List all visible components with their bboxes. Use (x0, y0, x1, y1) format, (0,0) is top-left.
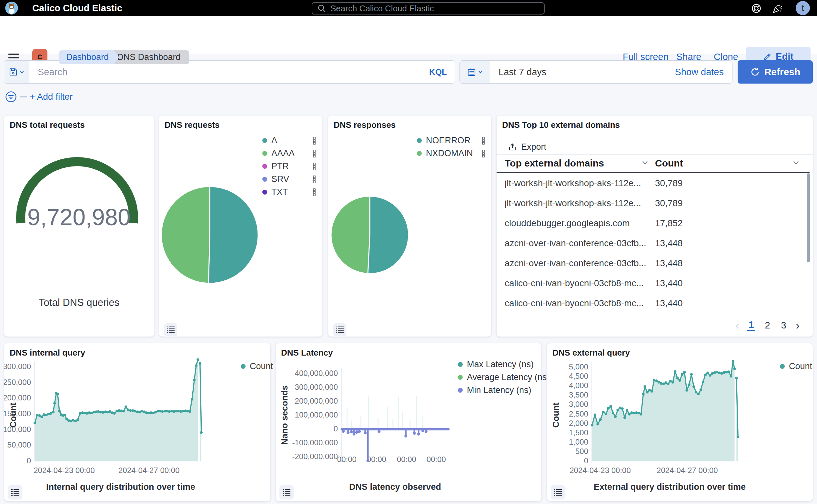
pagination-page[interactable]: 2 (763, 320, 771, 331)
filter-icon[interactable] (5, 91, 17, 103)
time-range-picker[interactable]: Last 7 days Show dates (459, 60, 732, 84)
export-button[interactable]: Export (508, 142, 546, 152)
pagination-next-icon[interactable]: › (796, 320, 800, 331)
legend-item[interactable]: Max Latency (ns) (458, 360, 540, 369)
legend-label: SRV (271, 174, 289, 184)
legend-dot (262, 151, 267, 156)
legend-item[interactable]: A (262, 136, 316, 145)
dns-responses-legend: NOERRORNXDOMAIN (417, 136, 485, 158)
legend-label: Average Latency (ns) (467, 372, 550, 382)
pagination-page[interactable]: 1 (747, 319, 755, 331)
y-axis-title: Count (551, 383, 561, 448)
calendar-icon (467, 68, 476, 76)
dns-requests-legend: AAAAAPTRSRVTXT (262, 136, 316, 197)
list-icon (336, 326, 344, 334)
legend-label: Max Latency (ns) (467, 359, 534, 369)
x-axis-title: DNS latency observed (342, 482, 449, 492)
column-header-domains[interactable]: Top external domains (505, 158, 604, 169)
svg-text:0: 0 (334, 424, 338, 433)
legend-actions-icon[interactable] (313, 149, 316, 158)
legend-item[interactable]: Average Latency (ns) (458, 373, 540, 382)
legend-item[interactable]: Min Latency (ns) (458, 386, 540, 395)
news-icon[interactable] (772, 3, 782, 14)
legend-dot (458, 362, 463, 367)
legend-item[interactable]: TXT (262, 188, 316, 197)
cell-domain: jlt-worksh-jlt-workshop-aks-112e... (505, 173, 648, 193)
pagination-prev-icon[interactable]: ‹ (735, 320, 739, 331)
y-axis-title: Nano seconds (280, 383, 290, 448)
column-header-count[interactable]: Count (655, 158, 683, 169)
calico-logo-icon[interactable] (5, 2, 18, 15)
panel-title: DNS Top 10 external domains (502, 120, 620, 130)
domains-table-body: jlt-worksh-jlt-workshop-aks-112e...30,78… (497, 173, 807, 313)
legend-actions-icon[interactable] (482, 136, 485, 145)
user-avatar[interactable]: t (796, 1, 810, 15)
svg-text:200,000,000: 200,000,000 (295, 397, 338, 405)
add-filter-button[interactable]: + Add filter (30, 91, 73, 103)
legend-dot (780, 364, 785, 369)
help-icon[interactable] (751, 3, 762, 14)
svg-text:300,000: 300,000 (4, 362, 31, 371)
legend-label: AAAA (271, 148, 295, 158)
cell-count: 13,440 (655, 273, 683, 293)
svg-text:00:00: 00:00 (427, 455, 446, 464)
legend-toggle-button[interactable] (164, 323, 177, 336)
panel-dns-requests: DNS requests AAAAAPTRSRVTXT (159, 116, 322, 337)
svg-text:400,000,000: 400,000,000 (295, 369, 338, 378)
svg-text:500: 500 (575, 447, 588, 456)
legend-item[interactable]: NXDOMAIN (417, 149, 485, 158)
legend-toggle-button[interactable] (279, 485, 294, 499)
legend-actions-icon[interactable] (313, 175, 316, 184)
chevron-down-icon[interactable] (642, 160, 648, 166)
pencil-icon (763, 52, 772, 61)
external-query-legend[interactable]: Count (780, 361, 812, 371)
legend-dot (458, 388, 463, 393)
show-dates-button[interactable]: Show dates (675, 67, 732, 77)
legend-label: NXDOMAIN (426, 148, 473, 158)
svg-text:1,000: 1,000 (569, 438, 588, 446)
global-search-input[interactable]: Search Calico Cloud Elastic (312, 2, 545, 15)
filter-divider (20, 96, 27, 97)
legend-actions-icon[interactable] (313, 188, 316, 197)
svg-text:00:00: 00:00 (397, 455, 416, 464)
svg-text:300,000,000: 300,000,000 (295, 383, 338, 391)
svg-text:100,000,000: 100,000,000 (295, 410, 338, 419)
table-row: calico-cni-ivan-byocni-03cfb8-mc...13,44… (497, 273, 807, 293)
external-query-chart[interactable]: 05001,0001,5002,0002,5003,0003,5004,0004… (547, 343, 813, 501)
svg-text:3,000: 3,000 (569, 400, 588, 408)
table-row: clouddebugger.googleapis.com17,852 (497, 213, 807, 233)
svg-text:2,500: 2,500 (569, 409, 588, 418)
legend-dot (417, 151, 422, 156)
saved-query-menu[interactable] (4, 61, 29, 83)
legend-item[interactable]: SRV (262, 175, 316, 184)
app-title: Calico Cloud Elastic (32, 0, 122, 16)
cell-domain: azcni-over-ivan-conference-03cfb... (505, 233, 648, 253)
breadcrumb-dns-dashboard: DNS Dashboard (107, 50, 189, 64)
kql-toggle[interactable]: KQL (429, 67, 455, 77)
svg-text:3,500: 3,500 (569, 390, 588, 399)
refresh-button[interactable]: Refresh (738, 60, 813, 84)
cell-count: 13,448 (655, 253, 683, 273)
calendar-menu[interactable] (460, 61, 490, 83)
legend-toggle-button[interactable] (333, 323, 346, 336)
y-axis-title: Count (8, 383, 18, 448)
legend-toggle-button[interactable] (551, 485, 565, 499)
chevron-down-icon[interactable] (793, 160, 799, 166)
legend-item[interactable]: PTR (262, 162, 316, 171)
legend-actions-icon[interactable] (313, 162, 316, 171)
legend-item[interactable]: AAAA (262, 149, 316, 158)
breadcrumb-dashboard[interactable]: Dashboard (59, 50, 119, 64)
legend-item[interactable]: NOERROR (417, 136, 485, 145)
legend-toggle-button[interactable] (8, 485, 22, 499)
internal-query-chart[interactable]: 050,000100,000150,000200,000250,000300,0… (4, 343, 270, 501)
legend-actions-icon[interactable] (313, 136, 316, 145)
gauge-value: 9,720,980 (4, 204, 154, 230)
table-row: jlt-worksh-jlt-workshop-aks-112e...30,78… (497, 173, 807, 193)
internal-query-legend[interactable]: Count (241, 361, 273, 371)
dns-dashboard-page: Calico Cloud Elastic Search Calico Cloud… (0, 0, 817, 504)
legend-actions-icon[interactable] (482, 149, 485, 158)
search-input[interactable]: Search (29, 67, 429, 77)
pagination-page[interactable]: 3 (780, 320, 788, 331)
time-range-value[interactable]: Last 7 days (490, 67, 675, 77)
table-scrollbar[interactable] (807, 173, 810, 262)
